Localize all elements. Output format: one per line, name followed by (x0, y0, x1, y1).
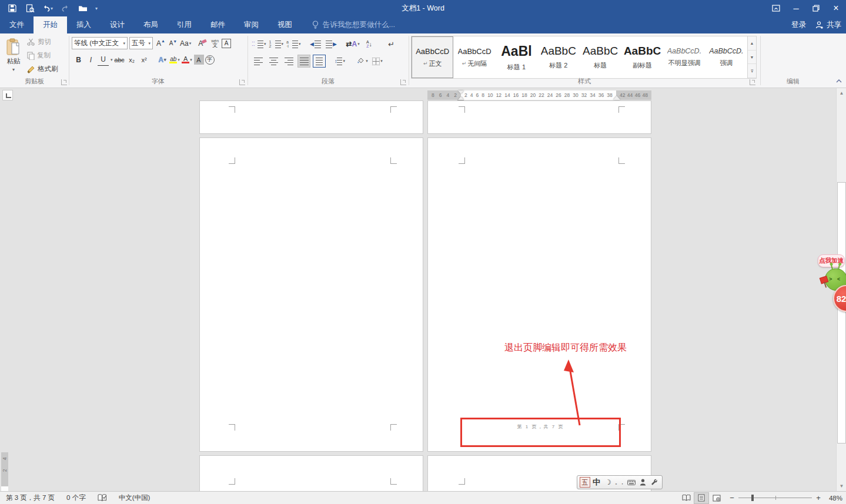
style-subtle-emphasis[interactable]: AaBbCcD. 不明显强调 (663, 36, 705, 78)
underline-dropdown-caret[interactable]: ▾ (111, 58, 113, 62)
highlight-color-button[interactable]: ab▾ (169, 53, 180, 66)
print-layout-button[interactable] (694, 492, 709, 504)
qat-customize-button[interactable]: ▾ (93, 2, 101, 15)
tab-layout[interactable]: 布局 (134, 16, 168, 33)
align-left-button[interactable] (252, 55, 265, 68)
clipboard-dialog-launcher[interactable] (61, 79, 67, 85)
ime-user-icon[interactable] (638, 477, 648, 488)
ime-language-mode-button[interactable]: 中 (591, 477, 602, 488)
zoom-slider[interactable] (738, 495, 812, 501)
copy-button[interactable]: 复制 (27, 51, 58, 61)
multilevel-list-button[interactable]: a·i▾ (286, 38, 301, 51)
sign-in-link[interactable]: 登录 (791, 20, 806, 30)
phonetic-guide-button[interactable]: wén文 (209, 37, 220, 49)
increase-indent-button[interactable]: ▶ (325, 38, 338, 51)
underline-button[interactable]: U (98, 53, 109, 66)
shading-button[interactable]: ▾ (356, 55, 369, 68)
web-layout-button[interactable] (709, 492, 724, 504)
tab-insert[interactable]: 插入 (67, 16, 101, 33)
strikethrough-button[interactable]: abc (114, 53, 125, 66)
font-size-combo[interactable]: 五号▾ (129, 37, 153, 49)
ribbon-display-options-button[interactable] (766, 0, 786, 16)
enclose-characters-button[interactable]: 字 (205, 55, 215, 65)
styles-dialog-launcher[interactable] (750, 79, 755, 85)
accelerator-widget[interactable]: 点我加速 > < 82 (817, 254, 846, 319)
style-title[interactable]: AaBbC 标题 (580, 36, 621, 78)
justify-button[interactable] (297, 55, 310, 68)
ime-punctuation-button[interactable]: 。， (614, 477, 625, 488)
redo-button[interactable] (58, 2, 73, 15)
tab-selector-button[interactable] (2, 90, 13, 100)
undo-button[interactable]: ▾ (40, 2, 55, 15)
tell-me-box[interactable]: 告诉我您想要做什么... (312, 16, 395, 33)
italic-button[interactable]: I (85, 53, 96, 66)
ime-wrench-icon[interactable] (649, 477, 660, 488)
show-hide-marks-button[interactable]: ↵ (385, 38, 398, 51)
ime-softkeyboard-icon[interactable] (626, 477, 637, 488)
close-button[interactable]: × (826, 0, 846, 16)
clear-formatting-button[interactable]: A (197, 37, 208, 49)
style-no-spacing[interactable]: AaBbCcD ↵无间隔 (453, 36, 495, 78)
share-button[interactable]: 共享 (815, 20, 841, 30)
proofing-status-icon[interactable] (92, 492, 113, 504)
superscript-button[interactable]: x² (139, 53, 150, 66)
asian-layout-button[interactable]: ⇄A▾ (346, 38, 360, 51)
line-spacing-button[interactable]: ↕▾ (333, 55, 346, 68)
paragraph-dialog-launcher[interactable] (400, 79, 406, 85)
style-heading1[interactable]: AaBl 标题 1 (496, 36, 537, 78)
tab-review[interactable]: 审阅 (235, 16, 268, 33)
tab-file[interactable]: 文件 (0, 16, 34, 33)
right-indent-marker[interactable] (613, 96, 620, 100)
sort-button[interactable]: AZ↓ (363, 38, 376, 51)
first-line-indent-marker[interactable] (458, 90, 464, 94)
style-normal[interactable]: AaBbCcD ↵正文 (412, 36, 453, 78)
character-shading-button[interactable]: A (194, 55, 204, 65)
character-border-button[interactable]: A (222, 39, 231, 48)
tab-view[interactable]: 视图 (268, 16, 302, 33)
ime-input-style-button[interactable]: 五 (580, 477, 590, 488)
zoom-slider-thumb[interactable] (751, 495, 754, 501)
page-mid-right[interactable] (428, 138, 651, 451)
cut-button[interactable]: 剪切 (27, 37, 58, 47)
zoom-percentage[interactable]: 48% (826, 495, 846, 502)
style-emphasis[interactable]: AaBbCcD. 强调 (705, 36, 747, 78)
page-mid-left[interactable] (200, 138, 423, 451)
paste-dropdown-caret[interactable]: ▾ (12, 67, 15, 72)
horizontal-ruler[interactable]: 8642 2468101214161820222426283032343638 … (427, 90, 651, 100)
paste-button[interactable]: 粘贴 ▾ (2, 36, 25, 77)
restore-button[interactable] (806, 0, 826, 16)
zoom-in-button[interactable]: + (815, 493, 821, 502)
collapse-ribbon-button[interactable] (834, 77, 844, 85)
read-mode-button[interactable] (678, 492, 694, 504)
format-painter-button[interactable]: 格式刷 (27, 64, 58, 74)
grow-font-button[interactable]: A▲ (155, 37, 166, 49)
font-color-button[interactable]: A▾ (182, 53, 193, 66)
vertical-ruler[interactable]: 42 (1, 452, 8, 486)
styles-scroll-down-button[interactable]: ▼ (748, 51, 756, 65)
bold-button[interactable]: B (73, 53, 84, 66)
font-dialog-launcher[interactable] (239, 79, 245, 85)
minimize-button[interactable]: ─ (786, 0, 806, 16)
scroll-up-button[interactable]: ▲ (837, 89, 846, 98)
styles-gallery-more-button[interactable]: ⊽ (748, 64, 756, 78)
tab-home[interactable]: 开始 (34, 16, 67, 33)
style-heading2[interactable]: AaBbC 标题 2 (537, 36, 579, 78)
print-preview-button[interactable] (22, 2, 38, 15)
open-button[interactable] (75, 2, 91, 15)
shrink-font-button[interactable]: A▼ (168, 37, 179, 49)
scroll-down-button[interactable]: ▼ (837, 482, 846, 490)
style-subtitle[interactable]: AaBbC 副标题 (621, 36, 663, 78)
numbering-button[interactable]: 12▾ (269, 38, 284, 51)
undo-dropdown-caret[interactable]: ▾ (51, 6, 53, 11)
decrease-indent-button[interactable]: ◀ (309, 38, 322, 51)
font-name-combo[interactable]: 等线 (中文正文▾ (72, 37, 128, 49)
subscript-button[interactable]: x₂ (126, 53, 138, 66)
page-number-status[interactable]: 第 3 页，共 7 页 (0, 492, 61, 504)
save-button[interactable] (5, 2, 20, 15)
borders-button[interactable]: ▾ (371, 55, 384, 68)
tab-references[interactable]: 引用 (168, 16, 201, 33)
styles-scroll-up-button[interactable]: ▲ (748, 36, 756, 51)
ime-fullwidth-icon[interactable]: ☽ (603, 477, 613, 488)
change-case-button[interactable]: Aa▾ (180, 37, 191, 49)
align-right-button[interactable] (282, 55, 295, 68)
